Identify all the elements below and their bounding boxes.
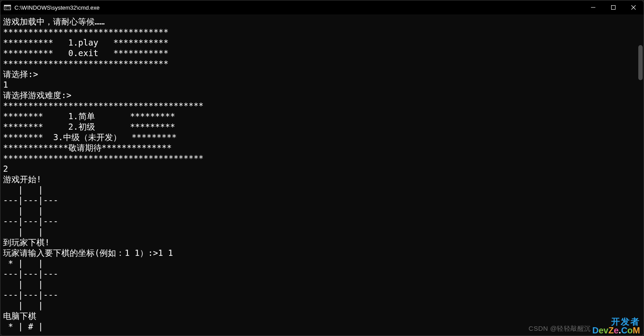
cmd-window: C:\ C:\WINDOWS\system32\cmd.exe 游戏加载中，请耐… bbox=[0, 0, 644, 336]
devze-watermark: 开发者 DevZe.CoM bbox=[592, 317, 640, 335]
titlebar[interactable]: C:\ C:\WINDOWS\system32\cmd.exe bbox=[0, 0, 644, 14]
window-title: C:\WINDOWS\system32\cmd.exe bbox=[14, 4, 99, 11]
devze-line1: 开发者 bbox=[592, 317, 640, 326]
console-output[interactable]: 游戏加载中，请耐心等候…… **************************… bbox=[0, 14, 644, 336]
client-area: 游戏加载中，请耐心等候…… **************************… bbox=[0, 14, 644, 336]
svg-rect-4 bbox=[612, 6, 616, 10]
svg-text:C:\: C:\ bbox=[5, 7, 11, 10]
devze-line2: DevZe.CoM bbox=[592, 326, 640, 335]
app-icon: C:\ bbox=[4, 4, 11, 11]
vertical-scrollbar[interactable] bbox=[637, 29, 643, 335]
close-button[interactable] bbox=[623, 0, 644, 14]
scrollbar-thumb[interactable] bbox=[638, 45, 643, 80]
csdn-watermark: CSDN @轻轻敲醒沉 bbox=[529, 325, 591, 333]
maximize-button[interactable] bbox=[603, 0, 623, 14]
minimize-button[interactable] bbox=[583, 0, 603, 14]
